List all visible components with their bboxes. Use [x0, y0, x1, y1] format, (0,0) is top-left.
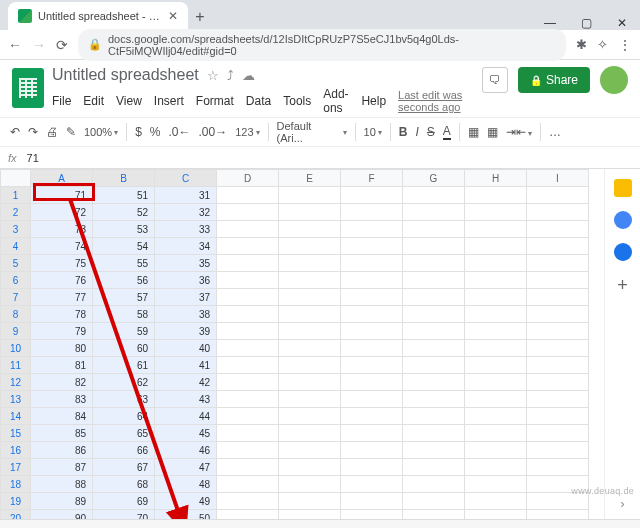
column-header-I[interactable]: I [527, 170, 589, 187]
cell-G8[interactable] [403, 306, 465, 323]
cell-H19[interactable] [465, 493, 527, 510]
zoom-dropdown[interactable]: 100% [84, 126, 118, 138]
reload-icon[interactable]: ⟳ [56, 37, 68, 53]
cell-G13[interactable] [403, 391, 465, 408]
row-header-4[interactable]: 4 [1, 238, 31, 255]
row-header-20[interactable]: 20 [1, 510, 31, 520]
cell-I7[interactable] [527, 289, 589, 306]
column-header-F[interactable]: F [341, 170, 403, 187]
cell-G10[interactable] [403, 340, 465, 357]
row-header-5[interactable]: 5 [1, 255, 31, 272]
menu-data[interactable]: Data [246, 94, 271, 108]
window-minimize-icon[interactable]: — [532, 10, 568, 30]
cell-I8[interactable] [527, 306, 589, 323]
cell-E15[interactable] [279, 425, 341, 442]
row-header-2[interactable]: 2 [1, 204, 31, 221]
cell-H1[interactable] [465, 187, 527, 204]
cell-I20[interactable] [527, 510, 589, 520]
last-edit-link[interactable]: Last edit was seconds ago [398, 89, 474, 113]
row-header-3[interactable]: 3 [1, 221, 31, 238]
cell-G7[interactable] [403, 289, 465, 306]
cell-E5[interactable] [279, 255, 341, 272]
row-header-15[interactable]: 15 [1, 425, 31, 442]
cell-I15[interactable] [527, 425, 589, 442]
cell-H6[interactable] [465, 272, 527, 289]
cell-H16[interactable] [465, 442, 527, 459]
document-title[interactable]: Untitled spreadsheet [52, 66, 199, 84]
calendar-addon-icon[interactable] [614, 179, 632, 197]
cell-H14[interactable] [465, 408, 527, 425]
browser-tab[interactable]: Untitled spreadsheet - Google S ✕ [8, 2, 188, 30]
share-button[interactable]: Share [518, 67, 590, 93]
cell-G1[interactable] [403, 187, 465, 204]
cell-I13[interactable] [527, 391, 589, 408]
bold-icon[interactable]: B [399, 125, 408, 139]
cell-I14[interactable] [527, 408, 589, 425]
add-addon-icon[interactable]: + [617, 275, 628, 296]
menu-file[interactable]: File [52, 94, 71, 108]
cell-E8[interactable] [279, 306, 341, 323]
cell-E11[interactable] [279, 357, 341, 374]
cell-G16[interactable] [403, 442, 465, 459]
cell-I12[interactable] [527, 374, 589, 391]
tasks-addon-icon[interactable] [614, 243, 632, 261]
redo-icon[interactable]: ↷ [28, 125, 38, 139]
close-tab-icon[interactable]: ✕ [168, 9, 178, 23]
cell-G20[interactable] [403, 510, 465, 520]
cell-E9[interactable] [279, 323, 341, 340]
cell-G6[interactable] [403, 272, 465, 289]
cell-G17[interactable] [403, 459, 465, 476]
cell-F14[interactable] [341, 408, 403, 425]
cell-F20[interactable] [341, 510, 403, 520]
cell-G19[interactable] [403, 493, 465, 510]
cell-G12[interactable] [403, 374, 465, 391]
cell-H20[interactable] [465, 510, 527, 520]
borders-icon[interactable]: ▦ [487, 125, 498, 139]
row-header-16[interactable]: 16 [1, 442, 31, 459]
cell-H18[interactable] [465, 476, 527, 493]
cloud-status-icon[interactable]: ☁ [242, 68, 255, 83]
cell-I3[interactable] [527, 221, 589, 238]
cell-H12[interactable] [465, 374, 527, 391]
cell-E20[interactable] [279, 510, 341, 520]
column-header-G[interactable]: G [403, 170, 465, 187]
row-header-14[interactable]: 14 [1, 408, 31, 425]
menu-edit[interactable]: Edit [83, 94, 104, 108]
account-avatar[interactable] [600, 66, 628, 94]
row-header-10[interactable]: 10 [1, 340, 31, 357]
cell-F15[interactable] [341, 425, 403, 442]
cell-H5[interactable] [465, 255, 527, 272]
row-header-7[interactable]: 7 [1, 289, 31, 306]
cell-E16[interactable] [279, 442, 341, 459]
cell-F4[interactable] [341, 238, 403, 255]
menu-format[interactable]: Format [196, 94, 234, 108]
cell-F2[interactable] [341, 204, 403, 221]
cell-I1[interactable] [527, 187, 589, 204]
row-header-6[interactable]: 6 [1, 272, 31, 289]
cell-G2[interactable] [403, 204, 465, 221]
spreadsheet-grid[interactable]: ABCDEFGHI1715131272523237353334745434575… [0, 169, 604, 519]
increase-decimal-icon[interactable]: .00→ [199, 125, 228, 139]
cell-G9[interactable] [403, 323, 465, 340]
cell-E7[interactable] [279, 289, 341, 306]
cell-I5[interactable] [527, 255, 589, 272]
extensions-icon[interactable]: ✱ [576, 37, 587, 52]
text-color-icon[interactable]: A [443, 124, 451, 140]
cell-F19[interactable] [341, 493, 403, 510]
cell-H13[interactable] [465, 391, 527, 408]
font-dropdown[interactable]: Default (Ari... [277, 120, 347, 144]
cell-E13[interactable] [279, 391, 341, 408]
cell-G11[interactable] [403, 357, 465, 374]
cell-G5[interactable] [403, 255, 465, 272]
row-header-11[interactable]: 11 [1, 357, 31, 374]
cell-I6[interactable] [527, 272, 589, 289]
menu-insert[interactable]: Insert [154, 94, 184, 108]
window-maximize-icon[interactable]: ▢ [568, 10, 604, 30]
column-header-H[interactable]: H [465, 170, 527, 187]
row-header-17[interactable]: 17 [1, 459, 31, 476]
menu-view[interactable]: View [116, 94, 142, 108]
cell-G15[interactable] [403, 425, 465, 442]
row-header-8[interactable]: 8 [1, 306, 31, 323]
cell-I2[interactable] [527, 204, 589, 221]
cell-F16[interactable] [341, 442, 403, 459]
